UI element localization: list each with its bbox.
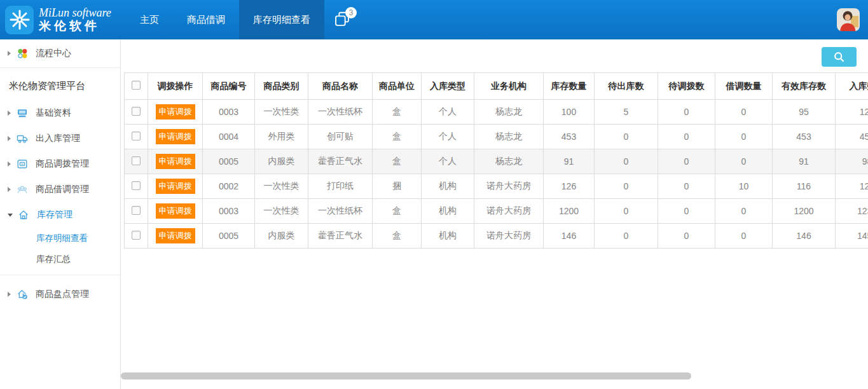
apply-transfer-button[interactable]: 申请调拨 bbox=[156, 104, 195, 119]
col-header: 有效库存数 bbox=[773, 73, 836, 100]
table-cell: 杨志龙 bbox=[474, 149, 544, 174]
table-cell: 一次性纸杯 bbox=[308, 199, 373, 224]
user-avatar[interactable] bbox=[837, 8, 860, 31]
table-cell: 内服类 bbox=[255, 224, 308, 249]
col-header: 入库类型 bbox=[422, 73, 474, 100]
table-cell: 91 bbox=[773, 149, 836, 174]
chevron-right-icon bbox=[8, 51, 11, 56]
table-cell: 0 bbox=[658, 149, 715, 174]
table-cell: 1450 bbox=[836, 224, 868, 249]
table-cell: 盒 bbox=[373, 149, 422, 174]
table-cell: 1200 bbox=[544, 199, 595, 224]
col-header: 待出库数 bbox=[595, 73, 658, 100]
container-icon bbox=[17, 158, 28, 170]
logo-star-icon bbox=[5, 6, 34, 34]
table-row: 申请调拨 0003 一次性类 一次性纸杯 盒 机构 诺舟大药房 1200 0 0… bbox=[125, 199, 868, 224]
sidebar-item-basic-data[interactable]: 基础资料 bbox=[0, 100, 120, 126]
row-checkbox[interactable] bbox=[132, 181, 141, 190]
tab-goods-borrow[interactable]: 商品借调 bbox=[173, 0, 239, 39]
truck-icon bbox=[17, 133, 28, 144]
row-checkbox[interactable] bbox=[132, 156, 141, 165]
sidebar-item-label: 流程中心 bbox=[36, 48, 71, 59]
sidebar-section-title: 米伦物资管理平台 bbox=[0, 68, 120, 100]
sidebar-subitem-inventory-summary[interactable]: 库存汇总 bbox=[0, 249, 120, 270]
table-cell: 诺舟大药房 bbox=[474, 199, 544, 224]
apply-transfer-button[interactable]: 申请调拨 bbox=[156, 154, 195, 169]
apply-transfer-button[interactable]: 申请调拨 bbox=[156, 228, 195, 243]
col-header: 库存数量 bbox=[544, 73, 595, 100]
table-cell: 捆 bbox=[373, 174, 422, 199]
table-row: 申请调拨 0002 一次性类 打印纸 捆 机构 诺舟大药房 126 0 0 10… bbox=[125, 174, 868, 199]
row-checkbox[interactable] bbox=[132, 231, 141, 240]
table-cell: 内服类 bbox=[255, 149, 308, 174]
inventory-table: 调拨操作 商品编号 商品类别 商品名称 商品单位 入库类型 业务机构 库存数量 … bbox=[124, 72, 868, 249]
table-header-row: 调拨操作 商品编号 商品类别 商品名称 商品单位 入库类型 业务机构 库存数量 … bbox=[125, 73, 868, 100]
sidebar-subitem-inventory-detail[interactable]: 库存明细查看 bbox=[0, 228, 120, 249]
table-cell: 0004 bbox=[203, 125, 255, 149]
table-cell: 创可贴 bbox=[308, 125, 373, 149]
apply-transfer-button[interactable]: 申请调拨 bbox=[156, 179, 195, 194]
table-cell: 0005 bbox=[203, 224, 255, 249]
table-cell: 0 bbox=[658, 100, 715, 125]
row-checkbox[interactable] bbox=[132, 132, 141, 140]
chevron-right-icon bbox=[8, 136, 11, 141]
table-cell: 116 bbox=[773, 174, 836, 199]
col-header: 商品类别 bbox=[255, 73, 308, 100]
tab-home[interactable]: 主页 bbox=[126, 0, 173, 39]
horizontal-scrollbar[interactable] bbox=[121, 372, 691, 379]
table-cell: 盒 bbox=[373, 199, 422, 224]
chevron-down-icon bbox=[8, 214, 13, 217]
chevron-right-icon bbox=[8, 161, 11, 167]
col-header: 商品编号 bbox=[203, 73, 255, 100]
table-cell: 盒 bbox=[373, 125, 422, 149]
table-cell: 0 bbox=[658, 199, 715, 224]
sidebar-item-in-out-warehouse[interactable]: 出入库管理 bbox=[0, 126, 120, 151]
sidebar-divider bbox=[0, 275, 120, 275]
table-cell: 0 bbox=[595, 199, 658, 224]
tab-inventory-detail[interactable]: 库存明细查看 bbox=[239, 0, 324, 39]
sidebar-item-goods-transfer[interactable]: 商品调拨管理 bbox=[0, 151, 120, 177]
table-cell: 0 bbox=[715, 100, 773, 125]
table-cell: 外用类 bbox=[255, 125, 308, 149]
chevron-right-icon bbox=[8, 292, 11, 297]
chevron-right-icon bbox=[8, 111, 11, 116]
table-cell: 藿香正气水 bbox=[308, 149, 373, 174]
table-cell: 0 bbox=[715, 149, 773, 174]
table-cell: 126 bbox=[544, 174, 595, 199]
table-cell: 146 bbox=[773, 224, 836, 249]
table-cell: 146 bbox=[544, 224, 595, 249]
row-checkbox[interactable] bbox=[132, 206, 141, 215]
logo-title-zh: 米伦软件 bbox=[39, 19, 111, 33]
table-cell: 一次性类 bbox=[255, 100, 308, 125]
table-cell: 0 bbox=[658, 224, 715, 249]
table-cell: 0002 bbox=[203, 174, 255, 199]
table-cell: 一次性纸杯 bbox=[308, 100, 373, 125]
table-cell: 121 bbox=[836, 174, 868, 199]
sidebar-item-stocktaking[interactable]: 商品盘点管理 bbox=[0, 282, 120, 307]
table-cell: 一次性类 bbox=[255, 199, 308, 224]
apply-transfer-button[interactable]: 申请调拨 bbox=[156, 129, 195, 144]
col-header: 业务机构 bbox=[474, 73, 544, 100]
table-cell: 0 bbox=[715, 199, 773, 224]
row-checkbox[interactable] bbox=[132, 107, 141, 116]
table-cell: 0 bbox=[658, 174, 715, 199]
notifications-button[interactable]: 3 bbox=[333, 10, 352, 29]
col-header: 借调数量 bbox=[715, 73, 773, 100]
table-cell: 杨志龙 bbox=[474, 100, 544, 125]
top-tabs: 主页 商品借调 库存明细查看 bbox=[126, 0, 324, 39]
apply-transfer-button[interactable]: 申请调拨 bbox=[156, 203, 195, 219]
table-cell: 机构 bbox=[422, 199, 474, 224]
table-cell: 一次性类 bbox=[255, 174, 308, 199]
sidebar-item-inventory-mgmt[interactable]: 库存管理 bbox=[0, 202, 120, 228]
table-cell: 0003 bbox=[203, 199, 255, 224]
sidebar-item-goods-borrow[interactable]: 商品借调管理 bbox=[0, 177, 120, 202]
home-check-icon bbox=[17, 289, 28, 300]
search-button[interactable] bbox=[822, 47, 857, 67]
table-cell: 1230 bbox=[836, 199, 868, 224]
sidebar-item-process-center[interactable]: 流程中心 bbox=[0, 39, 120, 68]
table-cell: 0 bbox=[715, 125, 773, 149]
computer-icon bbox=[17, 107, 28, 119]
table-cell: 0 bbox=[595, 125, 658, 149]
select-all-checkbox[interactable] bbox=[132, 81, 141, 90]
table-cell: 5 bbox=[595, 100, 658, 125]
